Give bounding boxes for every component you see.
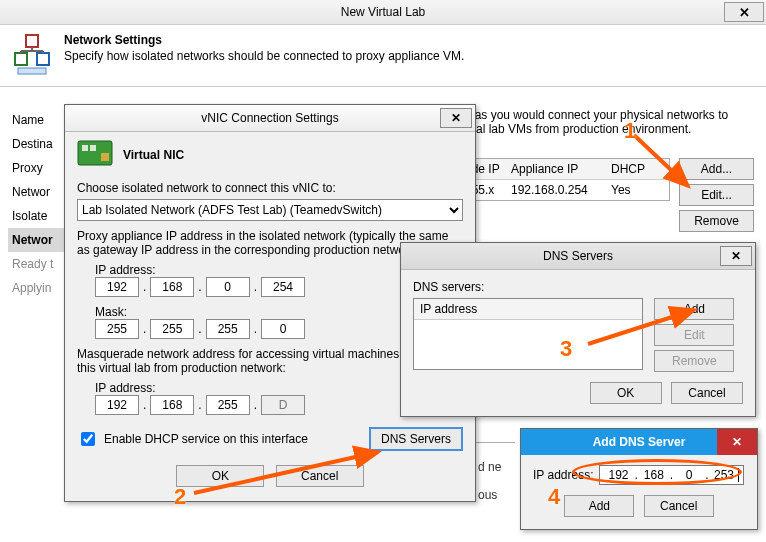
col-header: DHCP — [605, 159, 669, 179]
vnic-icon — [77, 140, 113, 169]
dns-dialog-titlebar[interactable]: DNS Servers ✕ — [401, 243, 755, 270]
svg-rect-10 — [90, 145, 96, 151]
vnic-dialog-titlebar[interactable]: vNIC Connection Settings ✕ — [65, 105, 475, 132]
wizard-step-list: Name Destina Proxy Networ Isolate Networ… — [8, 108, 68, 300]
col-header: Appliance IP — [505, 159, 605, 179]
masq-ip-label: IP address: — [95, 381, 177, 395]
svg-rect-11 — [101, 153, 109, 161]
vnic-close-button[interactable]: ✕ — [440, 108, 472, 128]
add-dns-server-dialog: Add DNS Server ✕ IP address: 192. 168. 0… — [520, 428, 758, 530]
add-ip-octet: 192 — [604, 468, 632, 482]
networks-table-button-panel: Add... Edit... Remove — [679, 158, 754, 232]
add-dns-title: Add DNS Server — [593, 435, 686, 449]
table-cell: Yes — [605, 180, 669, 200]
ip-octet[interactable] — [261, 277, 305, 297]
wizard-header-title: Network Settings — [64, 33, 464, 47]
wizard-step[interactable]: Proxy — [8, 156, 68, 180]
text-fragment: d ne — [478, 460, 501, 474]
add-network-button[interactable]: Add... — [679, 158, 754, 180]
svg-rect-0 — [26, 35, 38, 47]
isolated-network-select[interactable]: Lab Isolated Network (ADFS Test Lab) (Te… — [77, 199, 463, 221]
dhcp-checkbox[interactable] — [81, 432, 95, 446]
dns-ok-button[interactable]: OK — [590, 382, 662, 404]
mask-octet[interactable] — [95, 319, 139, 339]
text-fragment: ous — [478, 488, 497, 502]
wizard-step[interactable]: Name — [8, 108, 68, 132]
networks-table[interactable]: ade IP Appliance IP DHCP 255.x 192.168.0… — [458, 158, 670, 201]
dns-list-label: DNS servers: — [413, 280, 743, 294]
network-description-fragment: e VM, as you would connect your physical… — [440, 108, 750, 136]
add-dns-close-button[interactable]: ✕ — [717, 429, 757, 455]
add-ip-octet: 253 — [711, 468, 739, 482]
dns-servers-button[interactable]: DNS Servers — [369, 427, 463, 451]
dns-add-button[interactable]: Add — [654, 298, 734, 320]
mask-octet[interactable] — [261, 319, 305, 339]
wizard-step[interactable]: Applyin — [8, 276, 68, 300]
ip-octet[interactable] — [150, 277, 194, 297]
network-desc-line2: to virtual lab VMs from production envir… — [440, 122, 691, 136]
ip-address-label: IP address: — [95, 263, 177, 277]
add-dns-add-button[interactable]: Add — [564, 495, 634, 517]
wizard-step-selected[interactable]: Networ — [8, 228, 68, 252]
masq-octet[interactable] — [150, 395, 194, 415]
ip-octet[interactable] — [95, 277, 139, 297]
choose-network-label: Choose isolated network to connect this … — [77, 181, 463, 195]
mask-label: Mask: — [95, 305, 177, 319]
svg-rect-2 — [37, 53, 49, 65]
svg-rect-1 — [15, 53, 27, 65]
masq-octet-disabled — [261, 395, 305, 415]
dns-servers-dialog: DNS Servers ✕ DNS servers: IP address Ad… — [400, 242, 756, 417]
wizard-header-desc: Specify how isolated networks should be … — [64, 49, 464, 63]
mask-octet[interactable] — [150, 319, 194, 339]
svg-rect-7 — [18, 68, 46, 74]
main-window-title: New Virtual Lab — [341, 5, 426, 19]
main-window-titlebar: New Virtual Lab ✕ — [0, 0, 766, 25]
add-ip-octet: 168 — [640, 468, 668, 482]
dns-cancel-button[interactable]: Cancel — [671, 382, 743, 404]
svg-rect-9 — [82, 145, 88, 151]
wizard-step[interactable]: Networ — [8, 180, 68, 204]
networks-table-header-row: ade IP Appliance IP DHCP — [459, 159, 669, 180]
add-dns-cancel-button[interactable]: Cancel — [644, 495, 714, 517]
vnic-caption: Virtual NIC — [123, 148, 184, 162]
dns-remove-button: Remove — [654, 350, 734, 372]
dhcp-label: Enable DHCP service on this interface — [104, 432, 308, 446]
masq-octet[interactable] — [95, 395, 139, 415]
ip-octet[interactable] — [206, 277, 250, 297]
table-cell: 192.168.0.254 — [505, 180, 605, 200]
table-row[interactable]: 255.x 192.168.0.254 Yes — [459, 180, 669, 200]
remove-network-button[interactable]: Remove — [679, 210, 754, 232]
dns-list[interactable]: IP address — [413, 298, 643, 370]
vnic-dialog-title: vNIC Connection Settings — [201, 111, 338, 125]
wizard-step-icon — [12, 33, 54, 78]
masq-octet[interactable] — [206, 395, 250, 415]
wizard-step[interactable]: Destina — [8, 132, 68, 156]
add-dns-ip-field[interactable]: 192. 168. 0. 253 — [599, 465, 743, 485]
dns-dialog-title: DNS Servers — [543, 249, 613, 263]
wizard-step[interactable]: Isolate — [8, 204, 68, 228]
mask-octet[interactable] — [206, 319, 250, 339]
dns-list-col-header: IP address — [414, 299, 642, 320]
wizard-header: Network Settings Specify how isolated ne… — [0, 25, 766, 87]
main-close-button[interactable]: ✕ — [724, 2, 764, 22]
add-dns-ip-label: IP address: — [533, 468, 593, 482]
vnic-cancel-button[interactable]: Cancel — [276, 465, 364, 487]
dns-close-button[interactable]: ✕ — [720, 246, 752, 266]
add-ip-octet: 0 — [675, 468, 703, 482]
vnic-ok-button[interactable]: OK — [176, 465, 264, 487]
add-dns-titlebar[interactable]: Add DNS Server ✕ — [521, 429, 757, 455]
edit-network-button[interactable]: Edit... — [679, 184, 754, 206]
divider — [475, 442, 515, 443]
network-desc-line1: e VM, as you would connect your physical… — [440, 108, 728, 122]
dns-edit-button: Edit — [654, 324, 734, 346]
wizard-step[interactable]: Ready t — [8, 252, 68, 276]
